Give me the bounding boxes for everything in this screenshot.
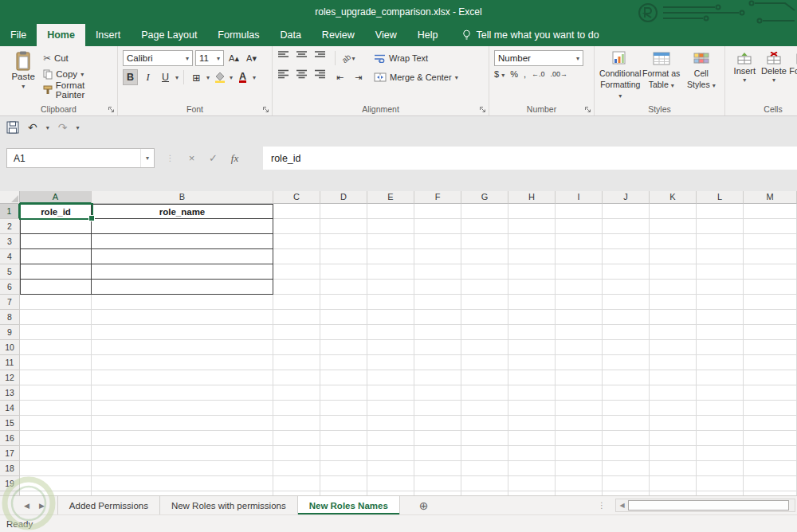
cell-H8[interactable] xyxy=(508,310,556,325)
cell-G14[interactable] xyxy=(461,401,508,416)
cell-M3[interactable] xyxy=(744,234,797,249)
cell-K10[interactable] xyxy=(650,340,697,355)
row-header-4[interactable]: 4 xyxy=(0,249,20,264)
cell-G11[interactable] xyxy=(461,355,508,370)
select-all-corner[interactable] xyxy=(0,191,20,204)
cell-I19[interactable] xyxy=(556,476,603,491)
cell-E5[interactable] xyxy=(367,264,414,280)
cell-L13[interactable] xyxy=(697,385,744,401)
cell-I2[interactable] xyxy=(556,219,603,234)
cell-M14[interactable] xyxy=(744,401,797,416)
tab-home[interactable]: Home xyxy=(37,24,85,46)
align-left-icon[interactable] xyxy=(277,69,292,85)
cell-G10[interactable] xyxy=(461,340,508,355)
cell-E11[interactable] xyxy=(367,355,414,370)
cell-K9[interactable] xyxy=(650,325,697,340)
decrease-decimal-button[interactable]: .00→ xyxy=(551,70,568,78)
cell-E7[interactable] xyxy=(367,295,414,310)
cell-M10[interactable] xyxy=(744,340,797,355)
cell-M18[interactable] xyxy=(744,461,797,476)
column-header-K[interactable]: K xyxy=(650,191,697,204)
cell-H15[interactable] xyxy=(508,416,556,431)
cell-I9[interactable] xyxy=(556,325,603,340)
cell-K19[interactable] xyxy=(650,476,697,491)
row-header-14[interactable]: 14 xyxy=(0,401,20,416)
cell-J15[interactable] xyxy=(603,416,650,431)
cell-L12[interactable] xyxy=(697,370,744,385)
cell-L3[interactable] xyxy=(697,234,744,249)
cell-E4[interactable] xyxy=(367,249,414,264)
cell-J12[interactable] xyxy=(603,370,650,385)
cell-E14[interactable] xyxy=(367,401,414,416)
cell-G7[interactable] xyxy=(461,295,508,310)
cell-G9[interactable] xyxy=(461,325,508,340)
increase-font-size-button[interactable]: A▴ xyxy=(226,50,241,66)
cell-H7[interactable] xyxy=(508,295,556,310)
sheet-tab-new-roles-names[interactable]: New Roles Names xyxy=(298,496,400,514)
tab-insert[interactable]: Insert xyxy=(85,24,131,46)
cell-C15[interactable] xyxy=(273,416,320,431)
cell-B7[interactable] xyxy=(92,295,273,310)
row-header-9[interactable]: 9 xyxy=(0,325,20,340)
font-color-button[interactable]: A xyxy=(235,69,250,85)
column-header-H[interactable]: H xyxy=(508,191,556,204)
cell-A5[interactable] xyxy=(20,264,92,280)
cell-D6[interactable] xyxy=(320,280,367,295)
cell-J19[interactable] xyxy=(603,476,650,491)
cell-C13[interactable] xyxy=(273,385,320,401)
cell-G19[interactable] xyxy=(461,476,508,491)
cell-H2[interactable] xyxy=(508,219,556,234)
cell-A3[interactable] xyxy=(20,234,92,249)
cell-L9[interactable] xyxy=(697,325,744,340)
cell-J16[interactable] xyxy=(603,431,650,446)
column-header-I[interactable]: I xyxy=(556,191,603,204)
cell-J1[interactable] xyxy=(603,204,650,219)
sheet-scroll-right-icon[interactable]: ▶ xyxy=(39,502,45,510)
conditional-formatting-button[interactable]: Conditional Formatting ▾ xyxy=(599,50,642,100)
cell-C2[interactable] xyxy=(273,219,320,234)
sheet-tab-new-roles-with-permissions[interactable]: New Roles with permissions xyxy=(160,496,298,514)
cell-I15[interactable] xyxy=(556,416,603,431)
italic-button[interactable]: I xyxy=(140,69,155,85)
row-header-6[interactable]: 6 xyxy=(0,280,20,295)
cell-H10[interactable] xyxy=(508,340,556,355)
cell-L7[interactable] xyxy=(697,295,744,310)
tab-formulas[interactable]: Formulas xyxy=(207,24,269,46)
row-header-15[interactable]: 15 xyxy=(0,416,20,431)
cell-I5[interactable] xyxy=(556,264,603,280)
font-size-combo[interactable]: 11 ▾ xyxy=(195,50,224,66)
cell-C12[interactable] xyxy=(273,370,320,385)
cell-F9[interactable] xyxy=(414,325,461,340)
cell-F7[interactable] xyxy=(414,295,461,310)
cell-J13[interactable] xyxy=(603,385,650,401)
delete-cells-button[interactable]: Delete ▾ xyxy=(760,50,789,84)
cell-E3[interactable] xyxy=(367,234,414,249)
cell-G18[interactable] xyxy=(461,461,508,476)
cell-G13[interactable] xyxy=(461,385,508,401)
cell-L17[interactable] xyxy=(697,446,744,461)
cell-A1[interactable]: role_id xyxy=(20,204,92,219)
save-icon[interactable] xyxy=(6,121,19,134)
cell-E18[interactable] xyxy=(367,461,414,476)
cell-H13[interactable] xyxy=(508,385,556,401)
cell-M7[interactable] xyxy=(744,295,797,310)
cell-B18[interactable] xyxy=(92,461,273,476)
cell-J5[interactable] xyxy=(603,264,650,280)
cell-G12[interactable] xyxy=(461,370,508,385)
cell-D17[interactable] xyxy=(320,446,367,461)
format-cells-button[interactable]: Format ▾ xyxy=(788,50,797,84)
cell-H11[interactable] xyxy=(508,355,556,370)
fill-color-dropdown-icon[interactable]: ▾ xyxy=(230,74,233,81)
borders-dropdown-icon[interactable]: ▾ xyxy=(206,74,210,81)
cell-D5[interactable] xyxy=(320,264,367,280)
cell-M12[interactable] xyxy=(744,370,797,385)
cell-K11[interactable] xyxy=(650,355,697,370)
cell-G17[interactable] xyxy=(461,446,508,461)
cell-F15[interactable] xyxy=(414,416,461,431)
cell-C8[interactable] xyxy=(273,310,320,325)
cell-M9[interactable] xyxy=(744,325,797,340)
cell-A8[interactable] xyxy=(20,310,92,325)
column-header-D[interactable]: D xyxy=(320,191,367,204)
decrease-font-size-button[interactable]: A▾ xyxy=(244,50,259,66)
clipboard-dialog-launcher-icon[interactable] xyxy=(108,106,115,113)
